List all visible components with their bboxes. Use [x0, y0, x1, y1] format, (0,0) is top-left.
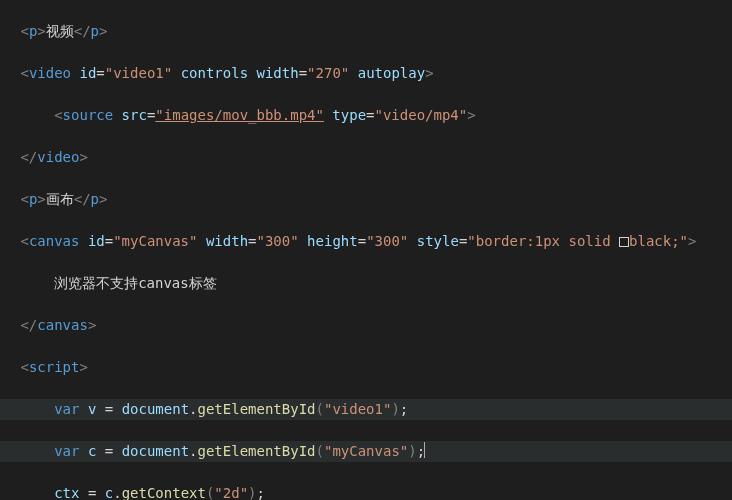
code-line[interactable]: var c = document.getElementById("myCanva…: [0, 441, 732, 462]
attr: src: [122, 107, 147, 123]
text: 视频: [46, 23, 74, 39]
attr: id: [88, 233, 105, 249]
text: 画布: [46, 191, 74, 207]
attr: id: [79, 65, 96, 81]
code-line[interactable]: <video id="video1" controls width="270" …: [0, 63, 732, 84]
value: "video/mp4": [375, 107, 468, 123]
value: "myCanvas": [113, 233, 197, 249]
code-line[interactable]: var v = document.getElementById("video1"…: [0, 399, 732, 420]
value: "270": [307, 65, 349, 81]
value: black;": [629, 233, 688, 249]
value: "border:1px solid: [467, 233, 619, 249]
value: "video1": [105, 65, 172, 81]
attr: height: [307, 233, 358, 249]
code-line[interactable]: <canvas id="myCanvas" width="300" height…: [0, 231, 732, 252]
color-swatch-icon: [619, 237, 629, 247]
code-line[interactable]: <p>画布</p>: [0, 189, 732, 210]
value: "images/mov_bbb.mp4": [155, 107, 324, 123]
attr: controls: [181, 65, 248, 81]
text: 浏览器不支持canvas标签: [54, 275, 217, 291]
code-line[interactable]: </canvas>: [0, 315, 732, 336]
code-line[interactable]: ctx = c.getContext("2d");: [0, 483, 732, 500]
attr: autoplay: [358, 65, 425, 81]
code-line[interactable]: <source src="images/mov_bbb.mp4" type="v…: [0, 105, 732, 126]
attr: type: [332, 107, 366, 123]
code-editor[interactable]: <p>视频</p> <video id="video1" controls wi…: [0, 0, 732, 500]
value: "300": [257, 233, 299, 249]
attr: width: [257, 65, 299, 81]
code-line[interactable]: <p>视频</p>: [0, 21, 732, 42]
code-line[interactable]: </video>: [0, 147, 732, 168]
code-line[interactable]: 浏览器不支持canvas标签: [0, 273, 732, 294]
cursor: [424, 442, 425, 458]
attr: width: [206, 233, 248, 249]
code-line[interactable]: <script>: [0, 357, 732, 378]
value: "300": [366, 233, 408, 249]
attr: style: [417, 233, 459, 249]
